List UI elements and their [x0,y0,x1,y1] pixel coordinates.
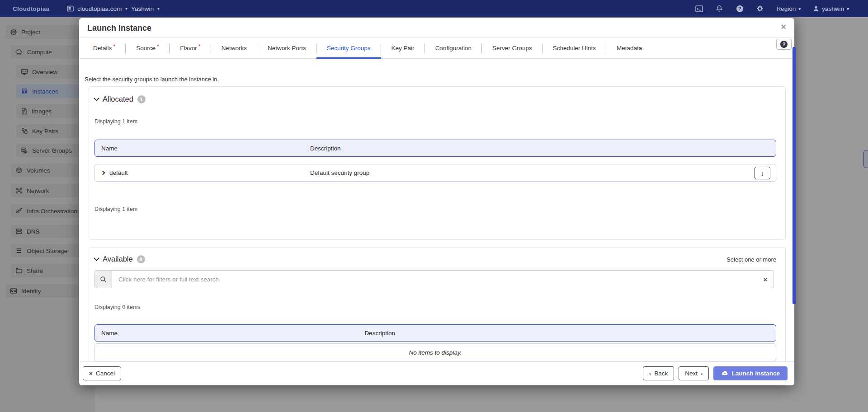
security-group-description: Default security group [310,169,369,176]
help-icon: ? [780,41,788,48]
available-count-badge: 0 [137,255,145,263]
tab-configuration[interactable]: Configuration [425,38,482,58]
security-group-name: default [109,169,128,176]
empty-message: No items to display. [409,349,462,356]
help-glyph: ? [736,5,743,12]
deallocate-button[interactable]: ↓ [755,167,770,179]
chevron-down-icon [94,95,99,101]
modal-footer: × Cancel ‹ Back Next › Launch Instance [79,361,794,385]
cancel-label: Cancel [96,370,115,377]
step-description: Select the security groups to launch the… [85,76,219,83]
user-icon [813,5,819,12]
back-button[interactable]: ‹ Back [643,366,675,380]
available-table-header: Name Description [94,324,776,342]
tab-key-pair[interactable]: Key Pair [381,38,425,58]
next-label: Next [685,370,698,377]
tab-label: Security Groups [327,45,371,52]
tab-label: Details [93,45,112,52]
close-icon[interactable]: × [781,22,786,31]
close-icon: × [89,370,93,377]
tab-label: Key Pair [392,45,415,52]
tab-server-groups[interactable]: Server Groups [482,38,542,58]
tab-networks[interactable]: Networks [211,38,257,58]
available-heading[interactable]: Available 0 [94,255,145,263]
search-icon [95,271,112,288]
tab-metadata[interactable]: Metadata [606,38,652,58]
angle-left-icon: ‹ [649,370,651,377]
column-header-name: Name [101,330,118,337]
column-header-description: Description [310,145,341,152]
required-asterisk: * [198,43,201,50]
required-asterisk: * [157,43,159,50]
next-button[interactable]: Next › [679,366,709,380]
wizard-tabs: Details* Source* Flavor* Networks Networ… [79,38,794,59]
tab-label: Configuration [435,45,472,52]
allocated-row-default: default Default security group ↓ [94,164,776,182]
chevron-down-icon [94,255,99,261]
cloud-upload-icon [721,370,728,376]
tab-source[interactable]: Source* [126,38,170,58]
required-asterisk: * [113,43,115,50]
user-menu[interactable]: yashwin ▾ [813,5,849,12]
allocated-count-badge: 1 [137,95,146,103]
tab-details[interactable]: Details* [83,38,126,58]
angle-right-icon: › [701,370,703,377]
back-label: Back [654,370,668,377]
modal-title: Launch Instance [87,23,151,33]
caret-down-icon: ▾ [798,6,801,11]
breadcrumb[interactable]: cloudtopiaa.com • Yashwin ▾ [67,0,160,17]
terminal-icon[interactable] [695,5,703,13]
tab-network-ports[interactable]: Network Ports [257,38,316,58]
bell-icon[interactable] [715,5,723,13]
allocated-heading[interactable]: Allocated 1 [94,95,146,103]
tab-flavor[interactable]: Flavor* [170,38,211,58]
cancel-button[interactable]: × Cancel [83,366,121,380]
filter-search-input[interactable] [112,271,757,288]
tab-label: Flavor [180,45,197,52]
launch-instance-modal: Launch Instance × Details* Source* Flavo… [79,18,794,385]
caret-down-icon: ▾ [847,6,849,11]
gear-icon[interactable] [756,5,764,13]
brand-logo[interactable]: Cloudtopiaa [13,0,49,17]
user-name: yashwin [822,5,844,12]
help-icon[interactable]: ? [736,5,744,13]
region-dropdown[interactable]: Region ▾ [776,5,801,12]
filter-search-box: × [94,270,774,288]
available-displaying: Displaying 0 items [94,304,140,310]
modal-help-button[interactable]: ? [776,39,792,50]
allocated-panel: Allocated 1 Displaying 1 item Name Descr… [89,86,786,240]
down-arrow-icon: ↓ [761,169,764,177]
tab-label: Scheduler Hints [553,45,596,52]
breadcrumb-separator: • [125,5,127,12]
allocated-displaying-bottom: Displaying 1 item [94,206,137,212]
launch-label: Launch Instance [731,370,780,377]
launch-instance-button[interactable]: Launch Instance [713,366,788,380]
tab-label: Network Ports [268,45,306,52]
tab-scheduler-hints[interactable]: Scheduler Hints [542,38,606,58]
allocated-table-header: Name Description [94,140,776,157]
modal-scrollbar-thumb[interactable] [793,47,796,304]
select-hint: Select one or more [726,256,776,263]
tab-label: Metadata [617,45,642,52]
breadcrumb-site: cloudtopiaa.com [77,5,122,12]
column-header-name: Name [101,145,118,152]
available-panel: Available 0 Select one or more × Display… [89,247,786,362]
available-empty-row: No items to display. [94,343,776,361]
tab-label: Networks [222,45,247,52]
caret-down-icon: ▾ [157,6,160,11]
top-navigation-bar: Cloudtopiaa cloudtopiaa.com • Yashwin ▾ … [0,0,868,17]
tab-label: Server Groups [492,45,532,52]
allocated-title: Allocated [103,95,133,103]
tab-security-groups[interactable]: Security Groups [316,38,381,58]
region-label: Region [776,5,796,12]
allocated-displaying-top: Displaying 1 item [94,118,137,125]
clear-search-icon[interactable]: × [757,271,774,288]
available-title: Available [103,255,133,263]
column-header-description: Description [364,330,395,337]
domain-list-icon [67,5,74,12]
expander-chevron-icon[interactable] [101,171,105,175]
brand-label: Cloudtopiaa [13,5,49,12]
tab-label: Source [136,45,156,52]
modal-header: Launch Instance × [79,18,794,38]
breadcrumb-project: Yashwin [131,5,154,12]
